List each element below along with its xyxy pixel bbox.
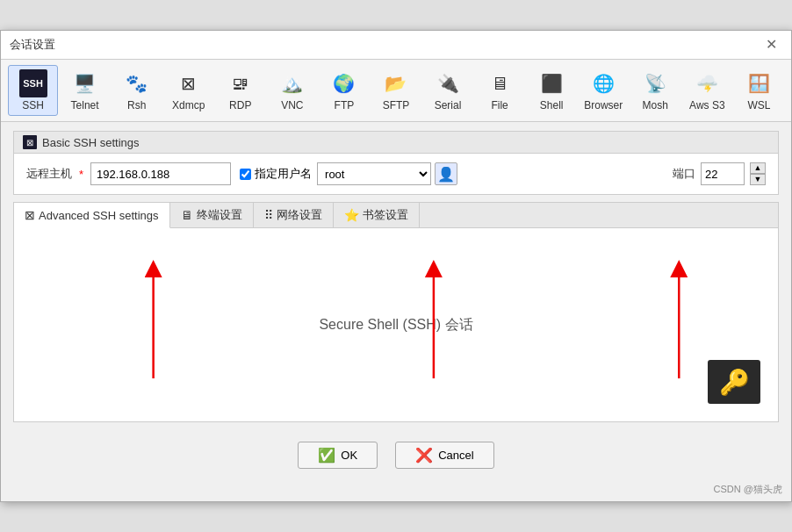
ok-label: OK (341, 449, 357, 462)
port-spinner: ▲ ▼ (750, 162, 766, 185)
proto-sftp-label: SFTP (383, 99, 410, 111)
basic-ssh-body: 远程主机 * 指定用户名 root 👤 (14, 154, 778, 194)
ssh-icon: SSH (19, 69, 47, 97)
title-bar: 会话设置 ✕ (1, 31, 791, 60)
proto-rsh-label: Rsh (127, 99, 146, 111)
vnc-icon: 🏔️ (278, 69, 306, 97)
advanced-ssh-tab-icon: ⊠ (25, 208, 35, 222)
proto-wsl[interactable]: 🪟 WSL (734, 65, 784, 116)
proto-rdp-label: RDP (229, 99, 251, 111)
cancel-icon: ❌ (415, 447, 433, 464)
proto-ftp[interactable]: 🌍 FTP (319, 65, 369, 116)
advanced-tabs: ⊠ Advanced SSH settings 🖥 终端设置 ⠿ 网络设置 ⭐ … (14, 203, 778, 228)
dialog: 会话设置 ✕ SSH SSH 🖥️ Telnet 🐾 Rsh ⊠ Xdmcp 🖳 (0, 30, 792, 502)
port-up-button[interactable]: ▲ (750, 162, 766, 174)
ok-icon: ✅ (318, 447, 335, 464)
cancel-button[interactable]: ❌ Cancel (395, 442, 493, 469)
advanced-content: Secure Shell (SSH) 会话 🔑 (14, 228, 778, 421)
cancel-label: Cancel (438, 449, 473, 462)
username-select[interactable]: root (317, 162, 431, 185)
telnet-icon: 🖥️ (71, 69, 99, 97)
proto-ssh[interactable]: SSH SSH (8, 65, 58, 116)
port-input[interactable] (701, 162, 745, 185)
advanced-ssh-tab-label: Advanced SSH settings (39, 209, 159, 222)
port-down-button[interactable]: ▼ (750, 174, 766, 185)
close-button[interactable]: ✕ (760, 36, 782, 54)
proto-xdmcp[interactable]: ⊠ Xdmcp (163, 65, 213, 116)
proto-telnet[interactable]: 🖥️ Telnet (60, 65, 110, 116)
proto-file-label: File (491, 99, 508, 111)
proto-awss3-label: Aws S3 (689, 99, 724, 111)
proto-mosh[interactable]: 📡 Mosh (630, 65, 680, 116)
bookmark-tab-icon: ⭐ (344, 208, 359, 222)
proto-wsl-label: WSL (747, 99, 770, 111)
terminal-tab-label: 终端设置 (197, 207, 242, 223)
proto-browser[interactable]: 🌐 Browser (579, 65, 629, 116)
user-icon-button[interactable]: 👤 (435, 162, 457, 185)
tab-terminal[interactable]: 🖥 终端设置 (170, 203, 254, 227)
basic-ssh-header: ⊠ Basic SSH settings (14, 132, 778, 154)
bottom-bar: ✅ OK ❌ Cancel (1, 431, 791, 479)
remote-host-group: 远程主机 * (26, 162, 231, 185)
terminal-tab-icon: 🖥 (181, 208, 193, 222)
proto-vnc[interactable]: 🏔️ VNC (267, 65, 317, 116)
bookmark-tab-label: 书签设置 (363, 207, 408, 223)
awss3-icon: 🌩️ (693, 69, 721, 97)
rsh-icon: 🐾 (123, 69, 151, 97)
basic-ssh-tab-label: Basic SSH settings (42, 136, 140, 149)
specify-username-label: 指定用户名 (255, 166, 312, 182)
ssh-session-label: Secure Shell (SSH) 会话 (319, 316, 472, 334)
tab-bookmark[interactable]: ⭐ 书签设置 (334, 203, 420, 227)
remote-host-label: 远程主机 (26, 166, 72, 182)
watermark: CSDN @猫头虎 (1, 479, 791, 501)
network-tab-label: 网络设置 (277, 207, 322, 223)
port-label: 端口 (673, 166, 695, 182)
remote-host-input[interactable] (90, 162, 231, 185)
rdp-icon: 🖳 (227, 69, 255, 97)
main-content: ⊠ Basic SSH settings 远程主机 * 指定用户名 (1, 122, 791, 431)
proto-rdp[interactable]: 🖳 RDP (215, 65, 265, 116)
proto-shell-label: Shell (540, 99, 564, 111)
proto-telnet-label: Telnet (71, 99, 99, 111)
tab-network[interactable]: ⠿ 网络设置 (254, 203, 334, 227)
specify-username-checkbox[interactable] (240, 169, 251, 180)
mosh-icon: 📡 (641, 69, 669, 97)
proto-file[interactable]: 🖥 File (475, 65, 525, 116)
wsl-icon: 🪟 (745, 69, 773, 97)
shell-icon: ⬛ (537, 69, 565, 97)
user-select-wrapper: root 👤 (317, 162, 457, 185)
proto-serial-label: Serial (435, 99, 462, 111)
port-group: 端口 ▲ ▼ (673, 162, 766, 185)
network-tab-icon: ⠿ (264, 208, 273, 222)
basic-ssh-section: ⊠ Basic SSH settings 远程主机 * 指定用户名 (13, 131, 779, 195)
key-icon: 🔑 (719, 368, 750, 397)
proto-ssh-label: SSH (22, 99, 44, 111)
dialog-title: 会话设置 (10, 37, 55, 53)
proto-mosh-label: Mosh (643, 99, 668, 111)
watermark-text: CSDN @猫头虎 (714, 484, 782, 494)
proto-shell[interactable]: ⬛ Shell (527, 65, 577, 116)
proto-awss3[interactable]: 🌩️ Aws S3 (682, 65, 732, 116)
specify-username-checkbox-label[interactable]: 指定用户名 (240, 166, 312, 182)
required-star: * (79, 168, 83, 181)
specify-username-group: 指定用户名 root 👤 (240, 162, 457, 185)
protocol-toolbar: SSH SSH 🖥️ Telnet 🐾 Rsh ⊠ Xdmcp 🖳 RDP 🏔️… (1, 60, 791, 122)
xdmcp-icon: ⊠ (175, 69, 203, 97)
ftp-icon: 🌍 (330, 69, 358, 97)
serial-icon: 🔌 (434, 69, 462, 97)
basic-ssh-tab-icon: ⊠ (23, 135, 37, 149)
browser-icon: 🌐 (589, 69, 617, 97)
file-icon: 🖥 (486, 69, 514, 97)
proto-serial[interactable]: 🔌 Serial (423, 65, 473, 116)
proto-rsh[interactable]: 🐾 Rsh (112, 65, 162, 116)
proto-ftp-label: FTP (335, 99, 355, 111)
proto-vnc-label: VNC (281, 99, 303, 111)
ok-button[interactable]: ✅ OK (298, 442, 378, 469)
sftp-icon: 📂 (382, 69, 410, 97)
tab-advanced-ssh[interactable]: ⊠ Advanced SSH settings (14, 203, 170, 228)
key-icon-box: 🔑 (708, 360, 760, 404)
proto-browser-label: Browser (584, 99, 623, 111)
proto-sftp[interactable]: 📂 SFTP (371, 65, 421, 116)
proto-xdmcp-label: Xdmcp (172, 99, 205, 111)
advanced-section: ⊠ Advanced SSH settings 🖥 终端设置 ⠿ 网络设置 ⭐ … (13, 202, 779, 422)
